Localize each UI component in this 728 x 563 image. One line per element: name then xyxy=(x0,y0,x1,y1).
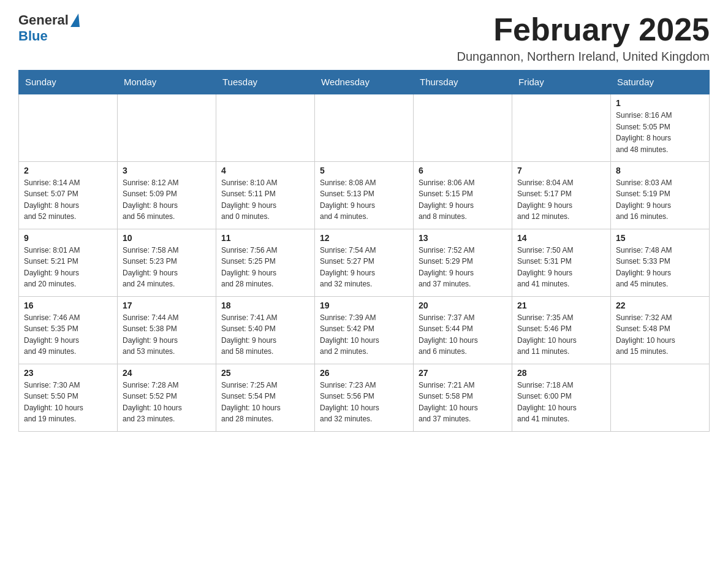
calendar-day-cell: 21Sunrise: 7:35 AM Sunset: 5:46 PM Dayli… xyxy=(512,296,611,364)
day-info: Sunrise: 8:14 AM Sunset: 5:07 PM Dayligh… xyxy=(24,177,112,223)
calendar-day-cell: 15Sunrise: 7:48 AM Sunset: 5:33 PM Dayli… xyxy=(611,229,710,296)
day-info: Sunrise: 7:54 AM Sunset: 5:27 PM Dayligh… xyxy=(320,245,408,290)
day-info: Sunrise: 8:06 AM Sunset: 5:15 PM Dayligh… xyxy=(419,177,507,223)
day-number: 10 xyxy=(123,233,211,243)
calendar-day-cell: 8Sunrise: 8:03 AM Sunset: 5:19 PM Daylig… xyxy=(611,161,710,229)
calendar-header-row: SundayMondayTuesdayWednesdayThursdayFrid… xyxy=(19,71,710,94)
calendar-day-cell: 5Sunrise: 8:08 AM Sunset: 5:13 PM Daylig… xyxy=(315,161,414,229)
logo-blue-text: Blue xyxy=(18,28,48,44)
calendar-day-cell xyxy=(315,94,414,161)
calendar-day-cell: 1Sunrise: 8:16 AM Sunset: 5:05 PM Daylig… xyxy=(611,94,710,161)
calendar-day-cell: 11Sunrise: 7:56 AM Sunset: 5:25 PM Dayli… xyxy=(216,229,315,296)
day-info: Sunrise: 7:56 AM Sunset: 5:25 PM Dayligh… xyxy=(221,245,309,290)
day-info: Sunrise: 8:08 AM Sunset: 5:13 PM Dayligh… xyxy=(320,177,408,223)
day-info: Sunrise: 7:41 AM Sunset: 5:40 PM Dayligh… xyxy=(221,312,309,358)
logo: General Blue xyxy=(18,12,80,44)
calendar-day-header: Wednesday xyxy=(315,71,414,94)
day-number: 26 xyxy=(320,368,408,378)
calendar-day-header: Monday xyxy=(118,71,216,94)
calendar-day-header: Saturday xyxy=(611,71,710,94)
calendar-day-cell: 28Sunrise: 7:18 AM Sunset: 6:00 PM Dayli… xyxy=(512,364,611,431)
calendar-day-cell: 20Sunrise: 7:37 AM Sunset: 5:44 PM Dayli… xyxy=(414,296,512,364)
day-info: Sunrise: 7:28 AM Sunset: 5:52 PM Dayligh… xyxy=(123,380,211,425)
day-number: 9 xyxy=(24,233,112,243)
title-block: February 2025 Dungannon, Northern Irelan… xyxy=(457,12,710,64)
day-info: Sunrise: 7:18 AM Sunset: 6:00 PM Dayligh… xyxy=(517,380,605,425)
calendar-day-cell xyxy=(216,94,315,161)
day-info: Sunrise: 7:58 AM Sunset: 5:23 PM Dayligh… xyxy=(123,245,211,290)
day-number: 28 xyxy=(517,368,605,378)
day-info: Sunrise: 8:03 AM Sunset: 5:19 PM Dayligh… xyxy=(616,177,704,223)
calendar-day-cell: 9Sunrise: 8:01 AM Sunset: 5:21 PM Daylig… xyxy=(19,229,118,296)
month-title: February 2025 xyxy=(457,12,710,47)
page-header: General Blue February 2025 Dungannon, No… xyxy=(18,12,710,64)
calendar-day-header: Thursday xyxy=(414,71,512,94)
day-number: 24 xyxy=(123,368,211,378)
day-info: Sunrise: 7:52 AM Sunset: 5:29 PM Dayligh… xyxy=(419,245,507,290)
day-number: 2 xyxy=(24,166,112,175)
day-info: Sunrise: 7:21 AM Sunset: 5:58 PM Dayligh… xyxy=(419,380,507,425)
day-number: 13 xyxy=(419,233,507,243)
day-number: 7 xyxy=(517,166,605,175)
calendar-day-cell xyxy=(611,364,710,431)
day-info: Sunrise: 7:25 AM Sunset: 5:54 PM Dayligh… xyxy=(221,380,309,425)
day-info: Sunrise: 8:12 AM Sunset: 5:09 PM Dayligh… xyxy=(123,177,211,223)
day-info: Sunrise: 7:32 AM Sunset: 5:48 PM Dayligh… xyxy=(616,312,704,358)
calendar-day-cell xyxy=(19,94,118,161)
calendar-table: SundayMondayTuesdayWednesdayThursdayFrid… xyxy=(18,70,710,432)
day-number: 19 xyxy=(320,301,408,310)
calendar-day-cell: 16Sunrise: 7:46 AM Sunset: 5:35 PM Dayli… xyxy=(19,296,118,364)
day-number: 22 xyxy=(616,301,704,310)
calendar-day-cell: 3Sunrise: 8:12 AM Sunset: 5:09 PM Daylig… xyxy=(118,161,216,229)
day-number: 16 xyxy=(24,301,112,310)
calendar-day-cell: 4Sunrise: 8:10 AM Sunset: 5:11 PM Daylig… xyxy=(216,161,315,229)
day-number: 23 xyxy=(24,368,112,378)
day-number: 1 xyxy=(616,98,704,108)
day-number: 4 xyxy=(221,166,309,175)
calendar-week-row: 2Sunrise: 8:14 AM Sunset: 5:07 PM Daylig… xyxy=(19,161,710,229)
day-number: 25 xyxy=(221,368,309,378)
day-number: 6 xyxy=(419,166,507,175)
calendar-week-row: 23Sunrise: 7:30 AM Sunset: 5:50 PM Dayli… xyxy=(19,364,710,431)
day-number: 17 xyxy=(123,301,211,310)
calendar-day-cell: 27Sunrise: 7:21 AM Sunset: 5:58 PM Dayli… xyxy=(414,364,512,431)
day-number: 5 xyxy=(320,166,408,175)
day-number: 27 xyxy=(419,368,507,378)
day-info: Sunrise: 7:48 AM Sunset: 5:33 PM Dayligh… xyxy=(616,245,704,290)
calendar-week-row: 9Sunrise: 8:01 AM Sunset: 5:21 PM Daylig… xyxy=(19,229,710,296)
day-number: 18 xyxy=(221,301,309,310)
logo-general-text: General xyxy=(18,12,69,28)
calendar-day-cell xyxy=(118,94,216,161)
day-number: 20 xyxy=(419,301,507,310)
calendar-day-cell: 19Sunrise: 7:39 AM Sunset: 5:42 PM Dayli… xyxy=(315,296,414,364)
calendar-day-cell: 24Sunrise: 7:28 AM Sunset: 5:52 PM Dayli… xyxy=(118,364,216,431)
calendar-week-row: 16Sunrise: 7:46 AM Sunset: 5:35 PM Dayli… xyxy=(19,296,710,364)
day-number: 15 xyxy=(616,233,704,243)
calendar-day-cell: 10Sunrise: 7:58 AM Sunset: 5:23 PM Dayli… xyxy=(118,229,216,296)
calendar-day-header: Friday xyxy=(512,71,611,94)
calendar-day-cell: 13Sunrise: 7:52 AM Sunset: 5:29 PM Dayli… xyxy=(414,229,512,296)
day-info: Sunrise: 7:46 AM Sunset: 5:35 PM Dayligh… xyxy=(24,312,112,358)
day-info: Sunrise: 7:23 AM Sunset: 5:56 PM Dayligh… xyxy=(320,380,408,425)
calendar-day-cell: 17Sunrise: 7:44 AM Sunset: 5:38 PM Dayli… xyxy=(118,296,216,364)
calendar-week-row: 1Sunrise: 8:16 AM Sunset: 5:05 PM Daylig… xyxy=(19,94,710,161)
calendar-day-cell: 14Sunrise: 7:50 AM Sunset: 5:31 PM Dayli… xyxy=(512,229,611,296)
calendar-day-cell: 12Sunrise: 7:54 AM Sunset: 5:27 PM Dayli… xyxy=(315,229,414,296)
calendar-day-cell: 6Sunrise: 8:06 AM Sunset: 5:15 PM Daylig… xyxy=(414,161,512,229)
logo-triangle-icon xyxy=(70,13,80,27)
day-info: Sunrise: 8:16 AM Sunset: 5:05 PM Dayligh… xyxy=(616,110,704,155)
day-info: Sunrise: 7:37 AM Sunset: 5:44 PM Dayligh… xyxy=(419,312,507,358)
day-info: Sunrise: 8:01 AM Sunset: 5:21 PM Dayligh… xyxy=(24,245,112,290)
calendar-day-header: Tuesday xyxy=(216,71,315,94)
day-info: Sunrise: 7:44 AM Sunset: 5:38 PM Dayligh… xyxy=(123,312,211,358)
day-info: Sunrise: 7:39 AM Sunset: 5:42 PM Dayligh… xyxy=(320,312,408,358)
calendar-day-cell: 2Sunrise: 8:14 AM Sunset: 5:07 PM Daylig… xyxy=(19,161,118,229)
day-number: 11 xyxy=(221,233,309,243)
day-number: 8 xyxy=(616,166,704,175)
day-number: 3 xyxy=(123,166,211,175)
day-info: Sunrise: 8:10 AM Sunset: 5:11 PM Dayligh… xyxy=(221,177,309,223)
day-info: Sunrise: 7:30 AM Sunset: 5:50 PM Dayligh… xyxy=(24,380,112,425)
calendar-day-cell: 18Sunrise: 7:41 AM Sunset: 5:40 PM Dayli… xyxy=(216,296,315,364)
calendar-day-cell: 26Sunrise: 7:23 AM Sunset: 5:56 PM Dayli… xyxy=(315,364,414,431)
calendar-day-header: Sunday xyxy=(19,71,118,94)
